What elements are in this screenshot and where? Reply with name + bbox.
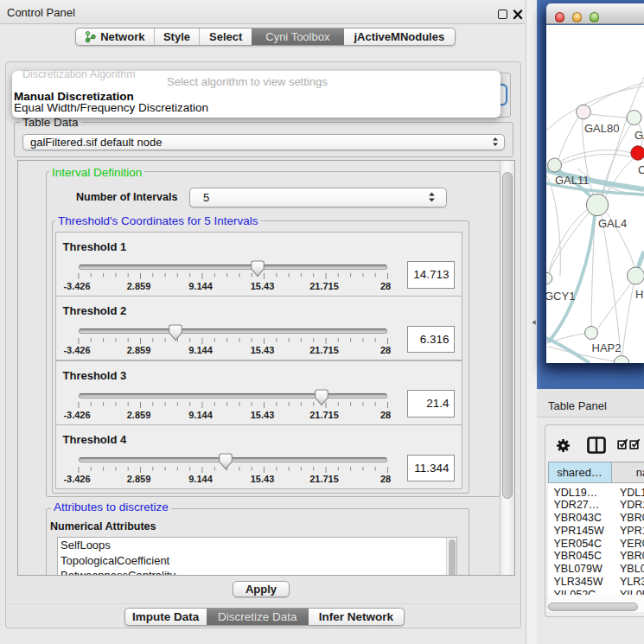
- svg-text:HAP2: HAP2: [592, 341, 622, 354]
- svg-text:C: C: [638, 163, 644, 176]
- svg-text:GAL8: GAL8: [634, 129, 644, 142]
- svg-text:GAL80: GAL80: [584, 122, 619, 135]
- svg-text:H: H: [635, 288, 643, 301]
- svg-text:GAL4: GAL4: [598, 217, 627, 230]
- svg-text:GCY1: GCY1: [546, 290, 575, 303]
- svg-text:GAL11: GAL11: [555, 174, 590, 187]
